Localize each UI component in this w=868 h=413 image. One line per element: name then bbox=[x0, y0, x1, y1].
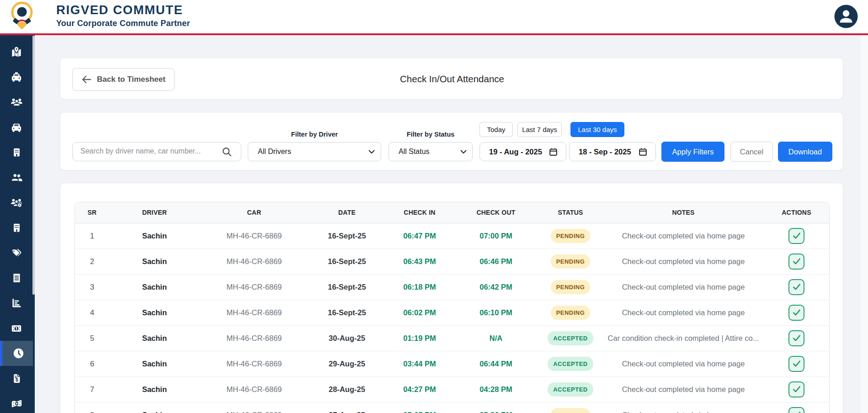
svg-text:$: $ bbox=[15, 377, 18, 382]
